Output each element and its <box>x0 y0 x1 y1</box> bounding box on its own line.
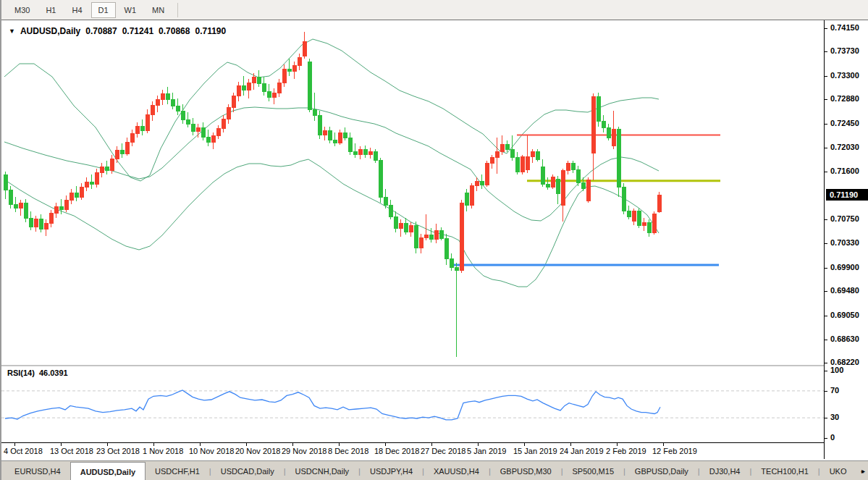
price-tick <box>825 243 827 244</box>
candle-body <box>298 58 301 66</box>
tab-dj30-h4[interactable]: DJ30,H4 <box>700 461 750 480</box>
chevron-down-icon[interactable]: ▼ <box>9 28 15 35</box>
candle-body <box>485 163 489 185</box>
tab-usdcad-daily[interactable]: USDCAD,Daily <box>211 461 284 480</box>
candle-body <box>597 97 600 122</box>
tab-eurusd-h4[interactable]: EURUSD,H4 <box>5 461 70 480</box>
candle-body <box>368 151 372 154</box>
price-tick <box>825 99 827 100</box>
candle-body <box>450 259 453 268</box>
price-tick <box>825 291 827 292</box>
candle-body <box>196 127 200 131</box>
timeframe-button-M30[interactable]: M30 <box>7 2 37 18</box>
price-axis-label: 0.70330 <box>830 238 859 247</box>
candle-body <box>267 92 271 98</box>
candle-body <box>358 150 362 155</box>
candle-body <box>657 195 661 212</box>
candle-body <box>80 187 83 197</box>
price-tick <box>825 340 827 340</box>
price-axis-label: 0.68630 <box>830 334 859 343</box>
candle-body <box>85 182 88 187</box>
price-tick <box>825 28 827 29</box>
candle-body <box>576 170 580 183</box>
date-axis[interactable]: 4 Oct 201813 Oct 201823 Oct 20181 Nov 20… <box>1 442 824 460</box>
rsi-name: RSI(14) <box>7 369 35 377</box>
price-chart[interactable] <box>1 20 824 365</box>
tab-usdjpy-h4[interactable]: USDJPY,H4 <box>361 461 422 480</box>
candle-body <box>171 99 174 106</box>
candle-body <box>252 77 256 83</box>
price-axis-label: 0.73730 <box>830 46 859 55</box>
tab-tech100-h1[interactable]: TECH100,H1 <box>751 461 817 480</box>
chart-symbol-label: AUDUSD,Daily <box>20 26 80 36</box>
timeframe-button-D1[interactable]: D1 <box>91 2 116 18</box>
timeframe-button-W1[interactable]: W1 <box>117 2 144 18</box>
candle-body <box>262 84 266 92</box>
candle-body <box>384 197 387 206</box>
candle-body <box>379 161 382 198</box>
candle-body <box>75 193 78 197</box>
candle-body <box>39 219 43 230</box>
tab-scroll-right-icon[interactable]: ▸ <box>861 461 865 480</box>
candle-body <box>323 130 326 135</box>
rsi-scale-tick <box>825 371 827 371</box>
candle-body <box>652 214 656 233</box>
candle-body <box>561 171 565 206</box>
candle-body <box>460 203 463 270</box>
candle-body <box>566 163 570 170</box>
candles <box>4 32 661 357</box>
rsi-indicator-pane[interactable] <box>1 366 824 442</box>
rsi-scale-label: 70 <box>830 386 839 395</box>
candle-body <box>130 133 134 142</box>
candle-body <box>125 143 129 154</box>
candle-body <box>216 129 220 135</box>
candle-body <box>146 114 149 130</box>
date-tick <box>153 443 154 446</box>
candle-body <box>191 125 195 132</box>
candle-body <box>465 193 468 205</box>
candle-body <box>404 224 408 232</box>
price-tick <box>825 316 827 316</box>
price-tick <box>825 172 827 172</box>
timeframe-button-H1[interactable]: H1 <box>38 2 63 18</box>
candle-body <box>90 182 93 184</box>
tab-usdcnh-daily[interactable]: USDCNH,Daily <box>286 461 359 480</box>
candle-body <box>4 174 7 190</box>
candle-body <box>363 150 367 154</box>
candle-body <box>44 224 48 230</box>
candle-body <box>176 106 180 111</box>
tab-gbpusd-daily[interactable]: GBPUSD,Daily <box>625 461 698 480</box>
tab-sp500-m15[interactable]: SP500,M15 <box>563 461 623 480</box>
candle-body <box>591 97 595 153</box>
toolbar-divider <box>177 3 178 17</box>
rsi-label: RSI(14) 46.0391 <box>7 369 68 377</box>
tab-xauusd-h4[interactable]: XAUUSD,H4 <box>424 461 489 480</box>
tab-usdchf-h1[interactable]: USDCHF,H1 <box>146 461 209 480</box>
candle-body <box>480 181 484 185</box>
tab-uko[interactable]: UKO <box>820 461 856 480</box>
date-axis-label: 24 Jan 2019 <box>560 447 604 455</box>
price-axis-label: 0.72450 <box>830 119 859 127</box>
date-axis-label: 15 Jan 2019 <box>513 447 557 455</box>
candle-body <box>338 132 342 143</box>
candle-body <box>34 219 38 227</box>
candle-body <box>500 145 504 152</box>
price-axis[interactable]: 0.741500.737300.733000.728800.724500.720… <box>824 20 868 459</box>
candle-body <box>181 111 185 119</box>
date-tick <box>524 443 525 446</box>
candle-body <box>505 145 509 149</box>
candle-body <box>242 86 245 90</box>
price-axis-label: 0.72030 <box>830 143 859 151</box>
candle-body <box>424 235 428 237</box>
date-axis-label: 10 Nov 2018 <box>189 447 234 455</box>
candle-body <box>490 158 494 164</box>
candle-body <box>571 163 575 169</box>
date-axis-label: 29 Nov 2018 <box>282 447 326 455</box>
candle-body <box>394 217 397 229</box>
candle-body <box>612 130 615 146</box>
tab-audusd-daily[interactable]: AUDUSD,Daily <box>70 462 146 480</box>
timeframe-button-H4[interactable]: H4 <box>64 2 89 18</box>
tab-gbpusd-m30[interactable]: GBPUSD,M30 <box>491 461 561 480</box>
timeframe-button-MN[interactable]: MN <box>145 2 172 18</box>
chart-tab-bar: EURUSD,H4AUDUSD,DailyUSDCHF,H1|USDCAD,Da… <box>1 460 868 480</box>
